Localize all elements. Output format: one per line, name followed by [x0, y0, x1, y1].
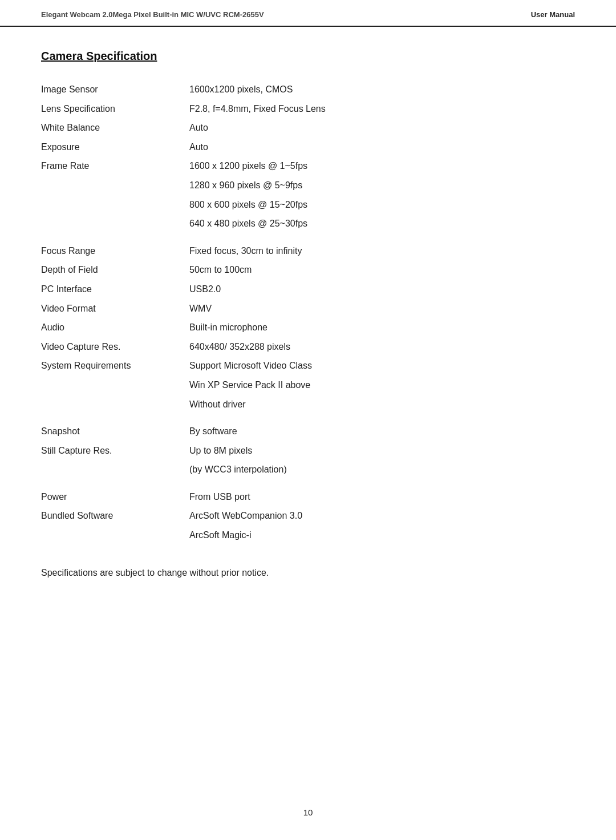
- spec-label: Video Capture Res.: [41, 337, 189, 357]
- spec-value: Without driver: [189, 395, 575, 414]
- header-model-bold: RCM-2655V: [223, 10, 264, 19]
- spec-label: Video Format: [41, 299, 189, 318]
- spec-value: USB2.0: [189, 280, 575, 299]
- table-row: SnapshotBy software: [41, 414, 575, 441]
- spec-value: Fixed focus, 30cm to infinity: [189, 233, 575, 261]
- table-row: PowerFrom USB port: [41, 479, 575, 507]
- spec-label: Lens Specification: [41, 99, 189, 119]
- spec-value: 640 x 480 pixels @ 25~30fps: [189, 214, 575, 233]
- spec-value: Win XP Service Pack II above: [189, 375, 575, 395]
- table-row: System RequirementsSupport Microsoft Vid…: [41, 356, 575, 375]
- table-row: Still Capture Res.Up to 8M pixels: [41, 441, 575, 461]
- spec-label: Exposure: [41, 138, 189, 157]
- table-row: Win XP Service Pack II above: [41, 375, 575, 395]
- spec-value: 1280 x 960 pixels @ 5~9fps: [189, 176, 575, 195]
- spec-label: [41, 395, 189, 414]
- table-row: 640 x 480 pixels @ 25~30fps: [41, 214, 575, 233]
- table-row: White BalanceAuto: [41, 118, 575, 138]
- spec-value: From USB port: [189, 479, 575, 507]
- spec-value: ArcSoft Magic-i: [189, 526, 575, 545]
- table-row: Depth of Field50cm to 100cm: [41, 260, 575, 280]
- spec-value: Up to 8M pixels: [189, 441, 575, 461]
- table-row: (by WCC3 interpolation): [41, 460, 575, 479]
- table-row: AudioBuilt-in microphone: [41, 318, 575, 337]
- table-row: ArcSoft Magic-i: [41, 526, 575, 545]
- header-manual-label: User Manual: [531, 10, 575, 19]
- table-row: Frame Rate1600 x 1200 pixels @ 1~5fps: [41, 156, 575, 176]
- spec-value: WMV: [189, 299, 575, 318]
- table-row: Focus RangeFixed focus, 30cm to infinity: [41, 233, 575, 261]
- spec-label: White Balance: [41, 118, 189, 138]
- table-row: 1280 x 960 pixels @ 5~9fps: [41, 176, 575, 195]
- table-row: ExposureAuto: [41, 138, 575, 157]
- spec-value: 1600x1200 pixels, CMOS: [189, 80, 575, 99]
- spec-label: [41, 460, 189, 479]
- spec-label: Focus Range: [41, 233, 189, 261]
- spec-value: Built-in microphone: [189, 318, 575, 337]
- spec-value: By software: [189, 414, 575, 441]
- header-product-name-text: Elegant Webcam 2.0Mega Pixel Built-in MI…: [41, 10, 223, 19]
- spec-label: [41, 526, 189, 545]
- spec-label: [41, 195, 189, 215]
- spec-label: Audio: [41, 318, 189, 337]
- header-product-name: Elegant Webcam 2.0Mega Pixel Built-in MI…: [41, 10, 264, 19]
- spec-value: 800 x 600 pixels @ 15~20fps: [189, 195, 575, 215]
- footer-note: Specifications are subject to change wit…: [41, 568, 575, 578]
- page-content: Camera Specification Image Sensor1600x12…: [0, 27, 616, 635]
- spec-value: 50cm to 100cm: [189, 260, 575, 280]
- spec-label: PC Interface: [41, 280, 189, 299]
- spec-label: Bundled Software: [41, 506, 189, 526]
- spec-label: [41, 176, 189, 195]
- spec-value: 1600 x 1200 pixels @ 1~5fps: [189, 156, 575, 176]
- table-row: Without driver: [41, 395, 575, 414]
- spec-value: Support Microsoft Video Class: [189, 356, 575, 375]
- spec-value: (by WCC3 interpolation): [189, 460, 575, 479]
- spec-label: Frame Rate: [41, 156, 189, 176]
- table-row: Bundled SoftwareArcSoft WebCompanion 3.0: [41, 506, 575, 526]
- page-number: 10: [0, 807, 616, 817]
- table-row: Video Capture Res.640x480/ 352x288 pixel…: [41, 337, 575, 357]
- spec-label: Image Sensor: [41, 80, 189, 99]
- page-header: Elegant Webcam 2.0Mega Pixel Built-in MI…: [0, 0, 616, 27]
- spec-value: F2.8, f=4.8mm, Fixed Focus Lens: [189, 99, 575, 119]
- spec-label: [41, 214, 189, 233]
- spec-label: Still Capture Res.: [41, 441, 189, 461]
- spec-value: Auto: [189, 138, 575, 157]
- table-row: Lens SpecificationF2.8, f=4.8mm, Fixed F…: [41, 99, 575, 119]
- page: Elegant Webcam 2.0Mega Pixel Built-in MI…: [0, 0, 616, 840]
- spec-label: Power: [41, 479, 189, 507]
- spec-value: Auto: [189, 118, 575, 138]
- table-row: PC InterfaceUSB2.0: [41, 280, 575, 299]
- spec-label: Snapshot: [41, 414, 189, 441]
- table-row: Image Sensor1600x1200 pixels, CMOS: [41, 80, 575, 99]
- spec-table: Image Sensor1600x1200 pixels, CMOSLens S…: [41, 80, 575, 545]
- spec-label: System Requirements: [41, 356, 189, 375]
- section-title: Camera Specification: [41, 50, 575, 63]
- spec-label: [41, 375, 189, 395]
- spec-label: Depth of Field: [41, 260, 189, 280]
- spec-value: 640x480/ 352x288 pixels: [189, 337, 575, 357]
- table-row: 800 x 600 pixels @ 15~20fps: [41, 195, 575, 215]
- spec-value: ArcSoft WebCompanion 3.0: [189, 506, 575, 526]
- table-row: Video FormatWMV: [41, 299, 575, 318]
